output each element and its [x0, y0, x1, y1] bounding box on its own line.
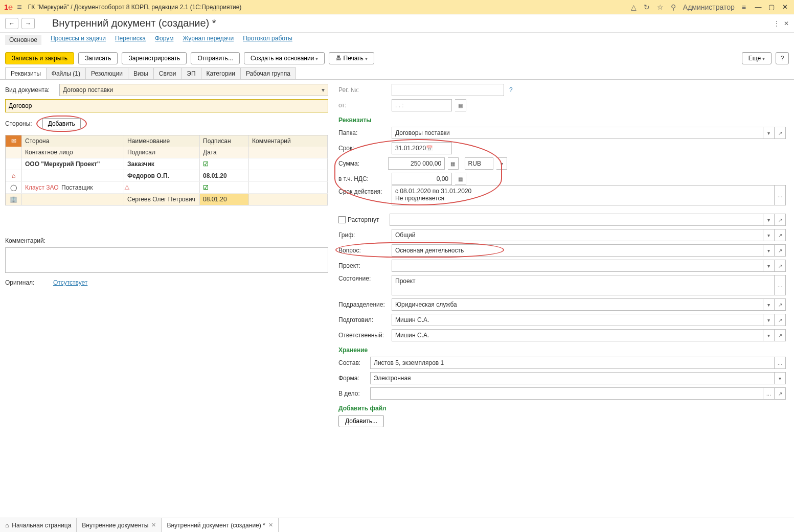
history-icon[interactable]: ↻ [644, 3, 650, 11]
nav-correspondence[interactable]: Переписка [115, 35, 146, 45]
kebab-icon[interactable]: ⋮ [774, 20, 780, 27]
ellipsis-icon[interactable]: … [775, 275, 786, 295]
page-close-icon[interactable]: ✕ [784, 20, 789, 27]
question-input[interactable]: Основная деятельность [392, 244, 763, 257]
tab-ep[interactable]: ЭП [181, 67, 201, 79]
open-icon[interactable]: ↗ [775, 244, 786, 257]
calendar-icon[interactable] [426, 145, 433, 152]
chevron-down-icon[interactable]: ▾ [763, 214, 775, 226]
table-row[interactable]: ⌂ Федоров О.П. 08.01.20 [6, 170, 328, 181]
chevron-down-icon[interactable]: ▾ [322, 86, 325, 94]
add-file-button[interactable]: Добавить... [338, 415, 384, 427]
chevron-down-icon[interactable]: ▾ [763, 229, 775, 241]
chevron-down-icon[interactable]: ▾ [763, 329, 775, 341]
currency-input[interactable]: RUB [465, 157, 494, 170]
tab-group[interactable]: Рабочая группа [240, 67, 296, 79]
calculator-icon[interactable]: ▦ [448, 157, 459, 170]
forward-button[interactable]: → [21, 18, 35, 29]
send-button[interactable]: Отправить... [191, 52, 240, 64]
form-input[interactable]: Электронная [370, 372, 775, 384]
save-button[interactable]: Записать [78, 52, 118, 64]
back-button[interactable]: ← [5, 18, 18, 29]
help-button[interactable]: ? [776, 52, 789, 64]
tab-categories[interactable]: Категории [201, 67, 241, 79]
ellipsis-icon[interactable]: … [763, 387, 775, 400]
dept-input[interactable]: Юридическая служба [392, 298, 763, 311]
chevron-down-icon[interactable]: ▾ [496, 157, 507, 170]
register-button[interactable]: Зарегистрировать [122, 52, 187, 64]
add-side-button[interactable]: Добавить [42, 118, 81, 129]
responsible-input[interactable]: Мишин С.А. [392, 329, 763, 341]
maximize-icon[interactable]: ▢ [766, 3, 777, 11]
settings-icon[interactable]: ≡ [742, 3, 746, 11]
tab-details[interactable]: Реквизиты [5, 67, 47, 79]
save-close-button[interactable]: Записать и закрыть [5, 52, 74, 64]
open-icon[interactable]: ↗ [775, 229, 786, 241]
chevron-down-icon[interactable]: ▾ [763, 298, 775, 311]
chevron-down-icon[interactable]: ▾ [763, 127, 775, 139]
col-side: Сторона [22, 135, 124, 147]
tab-resolutions[interactable]: Резолюции [85, 67, 128, 79]
content-input[interactable]: Листов 5, экземпляров 1 [370, 357, 775, 369]
open-icon[interactable]: ↗ [775, 329, 786, 341]
dept-label: Подразделение: [338, 301, 389, 308]
bell-icon[interactable]: △ [631, 3, 637, 11]
more-button[interactable]: Еще [742, 52, 772, 64]
from-date-input[interactable]: . . : [392, 99, 452, 111]
content-label: Состав: [338, 359, 367, 366]
table-row[interactable]: 🏢 Сергеев Олег Петрович 08.01.20 [6, 193, 328, 205]
folder-input[interactable]: Договоры поставки [392, 127, 763, 139]
ellipsis-icon[interactable]: … [775, 185, 786, 205]
nav-processes[interactable]: Процессы и задачи [51, 35, 106, 45]
case-input[interactable] [370, 387, 763, 400]
chevron-down-icon[interactable]: ▾ [763, 260, 775, 272]
chevron-down-icon[interactable]: ▾ [775, 372, 786, 384]
open-icon[interactable]: ↗ [775, 298, 786, 311]
tab-links[interactable]: Связи [153, 67, 182, 79]
tab-visas[interactable]: Визы [128, 67, 154, 79]
comment-input[interactable] [5, 247, 328, 273]
reg-no-input[interactable] [392, 84, 504, 96]
calculator-icon[interactable]: ▦ [455, 173, 466, 185]
original-label: Оригинал: [5, 279, 50, 286]
doc-type-label: Вид документа: [5, 86, 56, 94]
term-input[interactable]: 31.01.2020 [392, 142, 452, 154]
status-input[interactable]: Проект [392, 275, 775, 295]
ellipsis-icon[interactable]: … [775, 357, 786, 369]
nav-journal[interactable]: Журнал передачи [183, 35, 234, 45]
open-icon[interactable]: ↗ [775, 127, 786, 139]
nav-protocol[interactable]: Протокол работы [243, 35, 292, 45]
table-row[interactable]: ООО "Меркурий Проект" Заказчик ☑ [6, 158, 328, 170]
menu-icon[interactable]: ≡ [17, 3, 21, 12]
table-row[interactable]: ◯ Клауст ЗАО ⚠Поставщик ☑ [6, 181, 328, 193]
help-icon[interactable]: ? [509, 86, 513, 94]
calendar-icon[interactable]: ▦ [455, 99, 466, 111]
project-input[interactable] [392, 260, 763, 272]
print-button[interactable]: 🖶 Печать [329, 52, 374, 64]
terminated-input[interactable] [390, 214, 764, 226]
minimize-icon[interactable]: — [753, 3, 763, 11]
doc-type-field[interactable]: Договор поставки▾ [59, 84, 328, 96]
open-icon[interactable]: ↗ [775, 314, 786, 326]
nav-main[interactable]: Основное [5, 35, 41, 45]
create-based-button[interactable]: Создать на основании [244, 52, 325, 64]
original-link[interactable]: Отсутствует [53, 279, 87, 286]
nav-forum[interactable]: Форум [155, 35, 173, 45]
doc-name-input[interactable] [5, 99, 328, 112]
tab-files[interactable]: Файлы (1) [46, 67, 86, 79]
chevron-down-icon[interactable]: ▾ [763, 244, 775, 257]
open-icon[interactable]: ↗ [775, 260, 786, 272]
building-icon: 🏢 [6, 194, 22, 205]
vat-input[interactable]: 0,00 [392, 173, 452, 185]
sum-input[interactable]: 250 000,00 [388, 157, 445, 170]
prepared-input[interactable]: Мишин С.А. [392, 314, 763, 326]
star-icon[interactable]: ☆ [657, 3, 664, 11]
grif-input[interactable]: Общий [392, 229, 763, 241]
terminated-checkbox[interactable] [338, 216, 346, 223]
open-icon[interactable]: ↗ [775, 387, 786, 400]
chevron-down-icon[interactable]: ▾ [763, 314, 775, 326]
close-icon[interactable]: ✕ [780, 3, 790, 11]
open-icon[interactable]: ↗ [775, 214, 786, 226]
search-icon[interactable]: ⚲ [671, 3, 676, 11]
terminated-label: Расторгнут [338, 216, 379, 223]
